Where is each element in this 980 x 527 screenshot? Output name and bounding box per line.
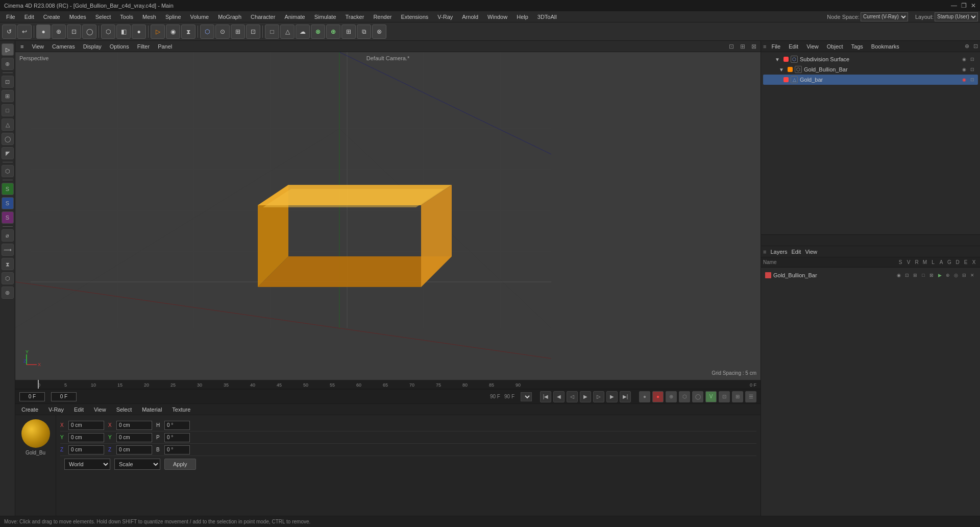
close-button[interactable]: ✕	[971, 2, 976, 9]
obj-manager-tab-edit[interactable]: Edit	[786, 42, 801, 51]
menu-item-create[interactable]: Create	[39, 13, 64, 21]
minimize-button[interactable]: —	[951, 2, 957, 9]
obj-lock-button-2[interactable]: ⊡	[969, 66, 976, 73]
sidebar-add-tool[interactable]: ⊕	[2, 58, 14, 70]
ipr-button[interactable]: ⧗	[181, 25, 195, 39]
rotate-tool-button[interactable]: ◯	[82, 25, 96, 39]
go-start-button[interactable]: |◀	[540, 391, 551, 402]
sidebar-star-tool[interactable]: ⊛	[2, 286, 14, 299]
move-tool-button[interactable]: ⊕	[52, 25, 66, 39]
menu-item-edit[interactable]: Edit	[20, 13, 38, 21]
layer-icon-s[interactable]: ◉	[895, 272, 902, 279]
obj-vis-button-2[interactable]: ◉	[961, 66, 968, 73]
layer-icon-d[interactable]: ◎	[952, 272, 960, 279]
sidebar-s1-tool[interactable]: S	[2, 183, 14, 195]
obj-manager-tab-file[interactable]: File	[768, 42, 783, 51]
sidebar-plane-tool[interactable]: ◤	[2, 147, 14, 159]
y-pos-input[interactable]	[68, 433, 104, 442]
layers-tab-edit[interactable]: Edit	[791, 249, 801, 255]
world-button[interactable]: ⊞	[341, 25, 356, 39]
layers-menu-icon[interactable]: ≡	[763, 249, 766, 255]
layer-icon-m[interactable]: □	[920, 272, 927, 279]
viewport-menu-panel[interactable]: Panel	[155, 42, 175, 51]
menu-item-mesh[interactable]: Mesh	[138, 13, 160, 21]
y-size-input[interactable]	[116, 433, 152, 442]
sidebar-sphere-tool[interactable]: ⊞	[2, 90, 14, 102]
go-end-button[interactable]: ▶|	[620, 391, 631, 402]
frame-start-input[interactable]	[51, 392, 77, 401]
sidebar-pen-tool[interactable]: ⌀	[2, 229, 14, 242]
bottom-tab-view[interactable]: View	[90, 405, 110, 414]
extra-key-button[interactable]: ⊡	[719, 391, 730, 402]
viewport[interactable]: Perspective Default Camera.* Grid Spacin…	[15, 52, 761, 380]
sculpt-button[interactable]: △	[280, 25, 295, 39]
scale-select[interactable]: Scale	[114, 459, 160, 470]
obj-vis-button-3[interactable]: ◉	[961, 76, 968, 83]
menu-item-help[interactable]: Help	[512, 13, 532, 21]
viewport-menu-options[interactable]: Options	[107, 42, 132, 51]
obj-lock-button[interactable]: ⊡	[969, 56, 976, 63]
next-key-button[interactable]: ▷	[593, 391, 604, 402]
z-size-input[interactable]	[116, 445, 152, 454]
b-input[interactable]	[164, 445, 190, 454]
menu-item-simulate[interactable]: Simulate	[310, 13, 340, 21]
menu-item-animate[interactable]: Animate	[280, 13, 309, 21]
obj-row-subdivision[interactable]: ▼ ⬡ Subdivision Surface ◉ ⊡	[763, 54, 978, 64]
obj-manager-tab-tags[interactable]: Tags	[848, 42, 866, 51]
layer-icon-x[interactable]: ✕	[969, 272, 976, 279]
scale-tool-button[interactable]: ⊡	[67, 25, 81, 39]
p-input[interactable]	[164, 433, 190, 442]
obj-manager-tab-view[interactable]: View	[803, 42, 822, 51]
timeline-ruler[interactable]: 0 5 10 15 20 25 30 35 40 45 50 55 60 65 …	[15, 380, 761, 389]
sidebar-torus-tool[interactable]: ◯	[2, 133, 14, 145]
menu-item-mograph[interactable]: MoGraph	[214, 13, 246, 21]
bottom-tab-create[interactable]: Create	[17, 405, 42, 414]
prev-frame-button[interactable]: ◀	[553, 391, 565, 402]
menu-item-file[interactable]: File	[2, 13, 19, 21]
record-button[interactable]: ●	[652, 391, 664, 402]
z-pos-input[interactable]	[68, 445, 104, 454]
viewport-menu-display[interactable]: Display	[80, 42, 105, 51]
viewport-menu-icon[interactable]: ≡	[17, 42, 27, 51]
timeline-options-button[interactable]: ☰	[745, 391, 756, 402]
menu-item-vray[interactable]: V-Ray	[433, 13, 457, 21]
point-mode-button[interactable]: ●	[132, 25, 146, 39]
menu-item-render[interactable]: Render	[369, 13, 396, 21]
layer-icon-v[interactable]: ⊡	[903, 272, 911, 279]
obj-lock-button-3[interactable]: ⊡	[969, 76, 976, 83]
obj-expand-icon-2[interactable]: ▼	[777, 65, 786, 74]
auto-key-button[interactable]: ⊕	[666, 391, 677, 402]
node-space-select[interactable]: Current (V-Ray)	[861, 12, 908, 21]
menu-item-modes[interactable]: Modes	[65, 13, 90, 21]
menu-item-tracker[interactable]: Tracker	[341, 13, 369, 21]
menu-item-character[interactable]: Character	[247, 13, 279, 21]
render-settings-button[interactable]: ◉	[166, 25, 180, 39]
cloud-button[interactable]: ☁	[296, 25, 310, 39]
layer-icon-l[interactable]: ⊠	[928, 272, 935, 279]
sidebar-cylinder-tool[interactable]: □	[2, 104, 14, 116]
bottom-tab-edit[interactable]: Edit	[70, 405, 88, 414]
motion-key-button[interactable]: ⬡	[679, 391, 690, 402]
viewport-fit-icon[interactable]: ⊞	[738, 42, 747, 51]
viewport-expand-icon[interactable]: ⊡	[727, 42, 736, 51]
current-frame-input[interactable]	[19, 392, 45, 401]
obj-vis-button[interactable]: ◉	[961, 56, 968, 63]
sidebar-ffd-tool[interactable]: ⬡	[2, 165, 14, 177]
layer-row-gold[interactable]: Gold_Bullion_Bar ◉ ⊡ ⊞ □ ⊠ ▶ ⊛ ◎ ⊟ ✕	[763, 270, 978, 281]
bottom-tab-vray[interactable]: V-Ray	[44, 405, 68, 414]
path-key-button[interactable]: ◯	[692, 391, 703, 402]
viewport-menu-view[interactable]: View	[29, 42, 47, 51]
edge-mode-button[interactable]: ◧	[116, 25, 131, 39]
redo-button[interactable]: ↩	[17, 25, 32, 39]
material-ball[interactable]	[21, 419, 50, 448]
layers-tab-view[interactable]: View	[805, 249, 817, 255]
keyframe-mode-button[interactable]: ●	[639, 391, 650, 402]
menu-item-spline[interactable]: Spline	[161, 13, 185, 21]
web-button[interactable]: ⊗	[372, 25, 386, 39]
obj-manager-tab-bookmarks[interactable]: Bookmarks	[868, 42, 902, 51]
menu-item-tools[interactable]: Tools	[116, 13, 137, 21]
obj-manager-tab-object[interactable]: Object	[824, 42, 846, 51]
obj-filter-icon[interactable]: ⊡	[973, 43, 978, 50]
bottom-tab-select[interactable]: Select	[112, 405, 136, 414]
fps-select[interactable]	[521, 392, 532, 401]
